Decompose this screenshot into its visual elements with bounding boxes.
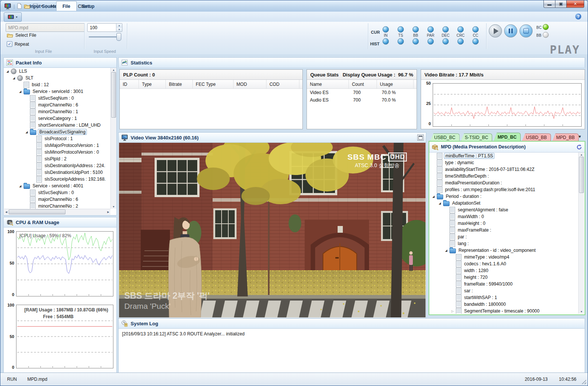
play-button[interactable] xyxy=(489,24,502,37)
loaded-file: MPD.mpd xyxy=(27,377,47,382)
help-icon[interactable]: ? xyxy=(575,13,581,19)
tree-item[interactable]: minorChannelNo : 1 xyxy=(4,108,110,115)
tree-item[interactable]: availabilityStartTime : 2016-07-18T11:06… xyxy=(430,166,578,173)
mpd-tree-scrollbar[interactable]: ▲▼ xyxy=(578,153,584,314)
tree-expander-icon[interactable]: ◢ xyxy=(12,76,16,80)
tree-item[interactable]: minBufferTime : PT1.5S xyxy=(430,153,578,159)
tree-item[interactable]: slsPlpId : 2 xyxy=(4,156,110,162)
tree-item[interactable]: slsProtocol : 1 xyxy=(4,135,110,142)
app-icon[interactable] xyxy=(4,3,11,9)
tree-item[interactable]: ◢Service - serviceId : 3001 xyxy=(4,88,110,95)
tree-item[interactable]: ◢AdaptationSet xyxy=(430,200,578,206)
tab-overflow-dropdown-icon[interactable]: ▼ xyxy=(578,135,582,139)
tree-item[interactable]: slsSourceIpAddress : 192.168. xyxy=(4,176,110,183)
input-filename-field[interactable]: MPD.mpd xyxy=(6,23,85,32)
tree-item[interactable]: startWithSAP : 1 xyxy=(430,294,578,301)
tree-item[interactable]: serviceCategory : 1 xyxy=(4,115,110,122)
cur-led-PAR xyxy=(427,26,434,33)
tree-item-label: maxHeight : 0 xyxy=(457,221,487,226)
ribbon: MPD.mpd Select File ✓ Repeat Input File … xyxy=(0,22,588,55)
tree-expander-icon[interactable]: ◢ xyxy=(432,195,435,198)
speed-slider-track[interactable] xyxy=(89,36,120,37)
stop-button[interactable] xyxy=(520,24,533,37)
tree-expander-icon[interactable]: ◢ xyxy=(18,184,22,188)
tree-item[interactable]: mimeType : video/mp4 xyxy=(430,254,578,260)
tree-item[interactable]: sltSvcSeqNum : 0 xyxy=(4,95,110,102)
tree-expander-icon[interactable]: ◢ xyxy=(444,249,448,252)
maximize-button[interactable]: ▣ xyxy=(555,0,566,8)
tree-item[interactable]: ◢SLT xyxy=(4,75,110,81)
tab-USBD_BB[interactable]: USBD_BB xyxy=(522,133,551,141)
tree-item[interactable]: codecs : hev1.1.6.A0 xyxy=(430,260,578,267)
tab-setup[interactable]: Setup xyxy=(76,2,100,10)
tree-item[interactable]: bandwidth : 1800000 xyxy=(430,301,578,308)
video-popout-button[interactable] xyxy=(417,135,424,141)
tree-item[interactable]: lang : xyxy=(430,240,578,247)
tree-item[interactable]: type : dynamic xyxy=(430,159,578,166)
tree-item[interactable]: frameRate : 59940/1000 xyxy=(430,281,578,287)
tree-item[interactable]: ◢Service - serviceId : 4001 xyxy=(4,183,110,189)
system-log-title: System Log xyxy=(131,321,158,326)
tree-item[interactable]: ◢BroadcastSvcSignaling xyxy=(4,129,110,135)
tree-item[interactable]: ◢Representation - id : video_component xyxy=(430,247,578,254)
refresh-icon[interactable] xyxy=(576,144,582,150)
tree-item[interactable]: mediaPresentationDuration : xyxy=(430,180,578,186)
tab-USBD_BC[interactable]: USBD_BC xyxy=(430,133,460,141)
pause-button[interactable] xyxy=(504,24,517,37)
tree-expander-icon[interactable]: ◢ xyxy=(18,90,22,93)
tree-item[interactable]: par : xyxy=(430,233,578,240)
tree-item[interactable]: ◢Period - duration : xyxy=(430,193,578,200)
tree-item[interactable]: slsMajorProtocolVersion : 1 xyxy=(4,142,110,149)
tree-item[interactable]: maxFrameRate : xyxy=(430,227,578,233)
tab-S-TSID_BC[interactable]: S-TSID_BC xyxy=(461,133,493,141)
tree-item-label: timeShiftBufferDepth : xyxy=(444,174,490,179)
tab-MPD_BC[interactable]: MPD_BC xyxy=(493,133,521,141)
tree-item[interactable]: sar : xyxy=(430,287,578,294)
tree-expander-icon[interactable]: ◢ xyxy=(438,202,442,205)
tree-item[interactable]: minorChannelNo : 2 xyxy=(4,203,110,209)
tree-item[interactable]: majorChannelNo : 6 xyxy=(4,196,110,203)
tree-item[interactable]: ◢LLS xyxy=(4,68,110,75)
video-view-header: Video View 3840x2160 (60.16) xyxy=(119,133,426,143)
tree-item[interactable]: slsDestinationUdpPort : 5100 xyxy=(4,169,110,176)
tree-item[interactable]: profiles : urn:mpeg:dash:profile:isoff-l… xyxy=(430,186,578,193)
tree-expander-icon[interactable]: ▷ xyxy=(451,310,454,313)
resize-grip[interactable] xyxy=(582,380,586,384)
repeat-checkbox[interactable]: ✓ Repeat xyxy=(7,41,29,47)
tree-item[interactable]: segmentAlignment : false xyxy=(430,206,578,213)
minimize-button[interactable]: ▬ xyxy=(543,0,555,8)
tree-item[interactable]: maxHeight : 0 xyxy=(430,220,578,227)
tree-item-label: BroadcastSvcSignaling xyxy=(38,129,87,135)
close-button[interactable]: ✕ xyxy=(566,0,584,8)
pause-icon xyxy=(509,28,513,33)
tree-item[interactable]: width : 1280 xyxy=(430,267,578,274)
hist-led-CRC xyxy=(457,38,464,45)
statistics-icon xyxy=(121,59,128,66)
select-file-button[interactable]: Select File xyxy=(7,33,36,38)
tree-item[interactable]: sltSvcSeqNum : 0 xyxy=(4,189,110,196)
tree-item[interactable]: shortServiceName : LDM_UHD xyxy=(4,122,110,129)
tree-expander-icon[interactable]: ◢ xyxy=(25,130,28,134)
packet-tree-hscrollbar[interactable]: ◀▶ xyxy=(4,209,110,215)
ribbon-app-button[interactable]: ▼ xyxy=(4,12,22,22)
queue-table-row[interactable]: Video ES70070.0 % xyxy=(307,89,417,96)
tab-MPD_BB[interactable]: MPD_BB xyxy=(552,133,579,141)
new-file-icon[interactable] xyxy=(17,3,22,9)
tree-item[interactable]: bsid : 12 xyxy=(4,81,110,88)
tree-item[interactable]: height : 720 xyxy=(430,274,578,281)
tree-item[interactable]: slsMinorProtocolVersion : 0 xyxy=(4,149,110,156)
display-queue-usage: Display Queue Usage : 96.7 % xyxy=(342,72,413,78)
tab-file[interactable]: File xyxy=(56,1,77,11)
tree-item[interactable]: maxWidth : 0 xyxy=(430,213,578,220)
tree-item[interactable]: ▷SegmentTemplate - timescale : 90000 xyxy=(430,308,578,314)
tree-item[interactable]: slsDestinationIpAddress : 224. xyxy=(4,162,110,169)
queue-table-row[interactable]: Audio ES70070.0 % xyxy=(307,96,417,104)
speed-spinner[interactable]: 100 ▲▼ xyxy=(87,23,122,32)
speed-slider-thumb[interactable] xyxy=(116,33,121,41)
tree-item[interactable]: timeShiftBufferDepth : xyxy=(430,173,578,180)
tree-item[interactable]: majorChannelNo : 6 xyxy=(4,102,110,108)
packet-tree-vscrollbar[interactable]: ▲▼ xyxy=(110,68,116,209)
cur-led-CRC xyxy=(457,26,464,33)
spinner-arrows[interactable]: ▲▼ xyxy=(116,24,122,31)
tree-expander-icon[interactable]: ◢ xyxy=(6,70,9,73)
